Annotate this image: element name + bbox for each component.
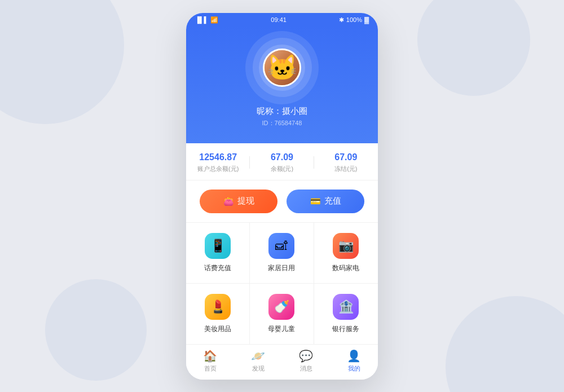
phone-recharge-icon: 📱 — [205, 233, 231, 259]
mine-nav-label: 我的 — [348, 364, 360, 373]
available-balance-value: 67.09 — [250, 152, 314, 162]
grid-item-digital[interactable]: 📷 数码家电 — [314, 223, 378, 284]
profile-header: 昵称：摄小圈 ID：76584748 — [186, 26, 378, 143]
available-balance-label: 余额(元) — [250, 165, 314, 173]
service-grid: 📱 话费充值 🛋 家居日用 📷 数码家电 💄 美妆用品 🍼 母婴儿童 🏦 银行服… — [186, 222, 378, 344]
grid-item-baby[interactable]: 🍼 母婴儿童 — [250, 284, 314, 344]
total-balance-item: 12546.87 账户总余额(元) — [186, 152, 250, 173]
home-daily-label: 家居日用 — [268, 263, 295, 273]
discover-nav-label: 发现 — [252, 364, 265, 373]
mine-nav-icon: 👤 — [347, 349, 361, 363]
grid-item-bank[interactable]: 🏦 银行服务 — [314, 284, 378, 344]
recharge-label: 充值 — [324, 196, 341, 206]
signal-icon: ▐▌▌ — [195, 16, 208, 23]
status-left: ▐▌▌ 📶 — [195, 16, 218, 24]
avatar[interactable] — [263, 49, 301, 87]
frozen-balance-item: 67.09 冻结(元) — [314, 152, 378, 173]
total-balance-value: 12546.87 — [186, 152, 250, 162]
beauty-icon: 💄 — [205, 294, 231, 320]
status-right: ✱ 100% ▓ — [339, 16, 369, 24]
message-nav-icon: 💬 — [299, 349, 313, 363]
phone-recharge-label: 话费充值 — [204, 263, 231, 273]
withdraw-icon: 👛 — [223, 196, 234, 206]
available-balance-item: 67.09 余额(元) — [250, 152, 314, 173]
grid-item-home[interactable]: 🛋 家居日用 — [250, 223, 314, 284]
recharge-button[interactable]: 💳 充值 — [287, 190, 364, 213]
status-time: 09:41 — [271, 16, 287, 23]
bg-decoration-2 — [417, 0, 530, 96]
grid-item-phone[interactable]: 📱 话费充值 — [186, 223, 250, 284]
frozen-balance-label: 冻结(元) — [314, 165, 378, 173]
balance-section: 12546.87 账户总余额(元) 67.09 余额(元) 67.09 冻结(元… — [186, 143, 378, 180]
bank-icon: 🏦 — [333, 294, 359, 320]
status-bar: ▐▌▌ 📶 09:41 ✱ 100% ▓ — [186, 13, 378, 26]
avatar-image — [265, 50, 299, 85]
home-daily-icon: 🛋 — [268, 233, 294, 259]
total-balance-label: 账户总余额(元) — [186, 165, 250, 173]
baby-label: 母婴儿童 — [268, 324, 295, 334]
discover-nav-icon: 🪐 — [251, 349, 265, 363]
withdraw-label: 提现 — [237, 196, 254, 206]
avatar-circles — [245, 35, 319, 100]
bg-decoration-3 — [45, 279, 147, 381]
withdraw-button[interactable]: 👛 提现 — [200, 190, 277, 213]
phone-frame: ▐▌▌ 📶 09:41 ✱ 100% ▓ 昵称：摄小圈 ID：76584748 … — [186, 13, 378, 380]
action-buttons-row: 👛 提现 💳 充值 — [186, 180, 378, 222]
digital-appliance-icon: 📷 — [333, 233, 359, 259]
nav-mine[interactable]: 👤 我的 — [330, 349, 378, 373]
nav-discover[interactable]: 🪐 发现 — [234, 349, 282, 373]
bank-label: 银行服务 — [332, 324, 359, 334]
message-nav-label: 消息 — [300, 364, 312, 373]
home-nav-label: 首页 — [204, 364, 217, 373]
home-nav-icon: 🏠 — [203, 349, 217, 363]
battery-label: 100% — [346, 16, 362, 23]
beauty-label: 美妆用品 — [204, 324, 231, 334]
nav-home[interactable]: 🏠 首页 — [186, 349, 234, 373]
grid-item-beauty[interactable]: 💄 美妆用品 — [186, 284, 250, 344]
frozen-balance-value: 67.09 — [314, 152, 378, 162]
wifi-icon: 📶 — [210, 16, 218, 24]
profile-id: ID：76584748 — [262, 119, 302, 127]
nav-message[interactable]: 💬 消息 — [282, 349, 330, 373]
recharge-icon: 💳 — [310, 196, 321, 206]
battery-icon: ▓ — [364, 16, 369, 23]
profile-nickname: 昵称：摄小圈 — [257, 106, 307, 117]
bottom-navigation: 🏠 首页 🪐 发现 💬 消息 👤 我的 — [186, 344, 378, 380]
digital-appliance-label: 数码家电 — [332, 263, 359, 273]
bluetooth-icon: ✱ — [339, 16, 344, 24]
bg-decoration-4 — [446, 296, 564, 392]
bg-decoration-1 — [0, 0, 124, 124]
baby-icon: 🍼 — [268, 294, 294, 320]
